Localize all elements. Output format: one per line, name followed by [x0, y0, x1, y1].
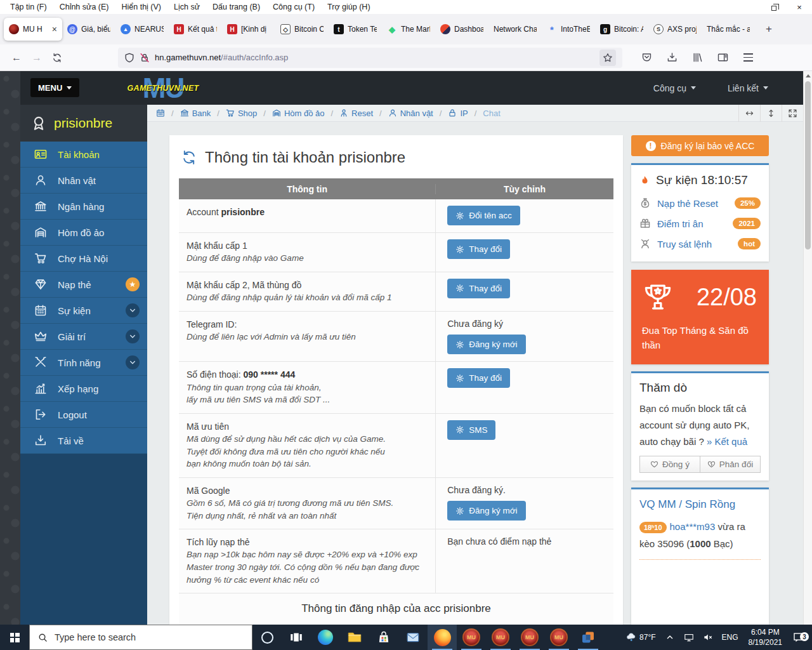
sidebar-item-nap-the[interactable]: Nạp thẻ★ — [20, 272, 147, 298]
menu-item[interactable]: Dấu trang (B) — [206, 0, 266, 14]
resize-vertical-icon[interactable] — [760, 105, 782, 122]
tab-dashboard[interactable]: Dashboa — [435, 18, 488, 41]
menu-item[interactable]: Công cụ (T) — [266, 0, 321, 14]
close-window-button[interactable]: × — [787, 0, 812, 14]
sidebar-item-tai-khoan[interactable]: Tài khoản — [20, 142, 147, 168]
tab-kinh-di[interactable]: H[Kinh dị — [222, 18, 275, 41]
url-bar[interactable]: hn.gamethuvn.net/#auth/accInfo.asp — [118, 48, 622, 68]
new-tab-button[interactable]: + — [760, 20, 778, 38]
breadcrumb-ip[interactable]: IP — [448, 109, 468, 118]
restore-window-button[interactable] — [761, 0, 787, 14]
start-button[interactable] — [0, 625, 29, 650]
mu-game-window-1[interactable]: MU — [457, 625, 486, 650]
refresh-icon[interactable] — [181, 150, 197, 165]
shield-icon[interactable] — [124, 53, 134, 63]
tray-expand-button[interactable] — [660, 632, 679, 642]
header-nav-lien-ket[interactable]: Liên kết — [728, 83, 768, 93]
thay-doi-mat-khau-2-button[interactable]: Thay đổi — [447, 279, 510, 298]
firefox-taskbar-button[interactable] — [428, 625, 457, 650]
spin-user-link[interactable]: hoa***m93 — [670, 521, 716, 532]
thay-doi-mat-khau-1-button[interactable]: Thay đổi — [447, 239, 510, 259]
sidebar-toggle-icon[interactable] — [712, 48, 733, 67]
file-explorer-button[interactable] — [340, 625, 369, 650]
poll-disagree-button[interactable]: Phản đối — [700, 456, 761, 473]
edge-button[interactable] — [311, 625, 340, 650]
scrollbar-thumb[interactable] — [805, 81, 811, 249]
taskbar-search-box[interactable]: Type here to search — [29, 625, 252, 650]
dang-ky-telegram-button[interactable]: Đăng ký mới — [447, 335, 525, 354]
pocket-icon[interactable] — [636, 48, 657, 67]
menu-hamburger-icon[interactable] — [738, 48, 758, 67]
sidebar-item-xep-hang[interactable]: Xếp hạng — [20, 376, 147, 402]
scrollbar-up-arrow[interactable] — [804, 71, 812, 81]
doi-ten-acc-button[interactable]: Đổi tên acc — [447, 206, 520, 225]
breadcrumb-nhan-vat[interactable]: Nhân vật — [388, 109, 433, 118]
resize-horizontal-icon[interactable] — [738, 105, 760, 122]
poll-agree-button[interactable]: Đồng ý — [639, 456, 700, 473]
tab-gia-bieu[interactable]: @Giá, biểu — [62, 18, 115, 41]
task-view-button[interactable] — [282, 625, 311, 650]
tab-intotheblock[interactable]: *IntoTheB — [542, 18, 595, 41]
mu-game-window-2[interactable]: MU — [486, 625, 515, 650]
back-button[interactable]: ← — [6, 48, 27, 67]
fullscreen-icon[interactable] — [782, 105, 803, 122]
tab-mu-h[interactable]: MU H× — [4, 18, 62, 41]
menu-item[interactable]: Lịch sử — [167, 0, 206, 14]
sidebar-item-tai-ve[interactable]: Tải về — [20, 428, 147, 454]
sidebar-item-ngan-hang[interactable]: Ngân hàng — [20, 194, 147, 220]
language-indicator[interactable]: ENG — [717, 633, 743, 642]
weather-widget[interactable]: 87°F — [622, 632, 660, 642]
chevron-down-icon[interactable] — [126, 329, 140, 343]
mail-button[interactable] — [398, 625, 428, 650]
tab-token-te[interactable]: tToken Te — [329, 18, 382, 41]
tab-bitcoin-c[interactable]: ◇Bitcoin C — [275, 18, 329, 41]
tab-nearus[interactable]: ▴NEARUS — [115, 18, 169, 41]
sms-button[interactable]: SMS — [447, 420, 495, 440]
action-center-button[interactable]: 3 — [788, 632, 812, 643]
sidebar-item-nhan-vat[interactable]: Nhân vật — [20, 168, 147, 194]
cortana-button[interactable] — [252, 625, 282, 650]
tab-bitcoin-g[interactable]: gBitcoin: A — [595, 18, 648, 41]
sidebar-item-tinh-nang[interactable]: Tính năng — [20, 350, 147, 376]
mu-game-window-3[interactable]: MU — [515, 625, 544, 650]
poll-result-link[interactable]: » Kết quả — [707, 436, 747, 447]
header-nav-cong-cu[interactable]: Công cụ — [653, 83, 696, 93]
event-item-truy-sat-lenh[interactable]: Truy sát lệnhhot — [639, 234, 761, 254]
menu-item[interactable]: Tập tin (F) — [4, 0, 53, 14]
thay-doi-sdt-button[interactable]: Thay đổi — [447, 368, 510, 388]
library-icon[interactable] — [687, 48, 707, 67]
mu-game-window-4[interactable]: MU — [544, 625, 573, 650]
page-scrollbar[interactable] — [803, 71, 812, 625]
chevron-down-icon[interactable] — [126, 303, 140, 317]
breadcrumb-hom-do-ao[interactable]: Hòm đồ ảo — [272, 109, 325, 118]
sidebar-item-hom-do-ao[interactable]: Hòm đồ ảo — [20, 220, 147, 246]
sidebar-item-cho-ha-noi[interactable]: Chợ Hà Nội — [20, 246, 147, 272]
downloads-icon[interactable] — [662, 48, 682, 67]
taskbar-clock[interactable]: 6:04 PM 8/19/2021 — [743, 627, 788, 647]
tab-network-cha[interactable]: Network Cha — [488, 18, 542, 41]
menu-item[interactable]: Hiển thị (V) — [115, 0, 168, 14]
breadcrumb-reset[interactable]: Reset — [339, 109, 373, 118]
sidebar-item-logout[interactable]: Logout — [20, 402, 147, 428]
promo-card[interactable]: 22/08 Đua Top Tháng & Săn đồ thần — [631, 270, 769, 364]
bookmark-star-icon[interactable] — [599, 50, 616, 66]
spin-title[interactable]: VQ MM / Spin Rồng — [639, 496, 761, 518]
forward-button[interactable]: → — [27, 48, 47, 67]
menu-button[interactable]: MENU — [30, 78, 79, 97]
chevron-down-icon[interactable] — [126, 355, 140, 369]
tab-the-mark[interactable]: ◆The Mark — [382, 18, 435, 41]
tab-ket-qua[interactable]: HKết quả t — [169, 18, 222, 41]
tab-close-button[interactable]: × — [52, 25, 57, 34]
sidebar-item-giai-tri[interactable]: Giải trí — [20, 324, 147, 350]
breadcrumb-chat[interactable]: Chat — [483, 109, 500, 118]
event-item-diem-tri-an[interactable]: Điểm tri ân2021 — [639, 213, 761, 234]
breadcrumb-bank[interactable]: Bank — [180, 109, 211, 118]
breadcrumb-shop[interactable]: Shop — [226, 109, 257, 118]
tab-axs[interactable]: SAXS proj — [648, 18, 702, 41]
site-logo[interactable]: MU GAMETHUVN.NET — [115, 71, 211, 105]
breadcrumb-home[interactable] — [156, 109, 165, 117]
store-button[interactable] — [369, 625, 398, 650]
dang-ky-google-button[interactable]: Đăng ký mới — [447, 501, 525, 521]
network-button[interactable] — [679, 632, 698, 642]
lock-insecure-icon[interactable] — [140, 53, 150, 63]
